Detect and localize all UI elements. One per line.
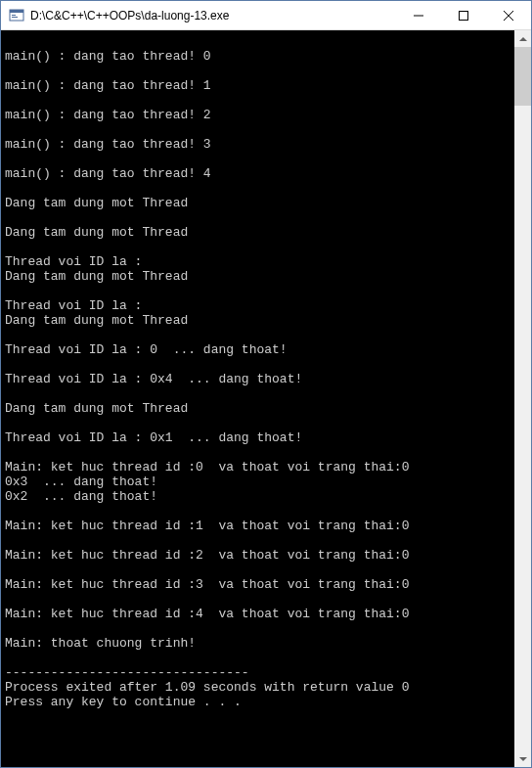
console-line xyxy=(5,357,510,372)
console-line xyxy=(5,445,510,460)
console-line: main() : dang tao thread! 2 xyxy=(5,108,510,122)
console-line xyxy=(5,416,510,430)
scroll-up-arrow-icon[interactable] xyxy=(514,30,531,47)
window-title: D:\C&C++\C++OOPs\da-luong-13.exe xyxy=(30,9,396,23)
console-line: Main: ket huc thread id :3 va thoat voi … xyxy=(5,577,510,592)
console-line: main() : dang tao thread! 4 xyxy=(5,166,510,181)
app-icon xyxy=(9,8,24,23)
console-line: main() : dang tao thread! 3 xyxy=(5,137,510,152)
console-line xyxy=(5,504,510,519)
console-line: Main: ket huc thread id :2 va thoat voi … xyxy=(5,548,510,563)
console-line: Press any key to continue . . . xyxy=(5,695,510,709)
console-line xyxy=(5,592,510,607)
console-line: Thread voi ID la : 0 ... dang thoat! xyxy=(5,342,510,357)
scroll-thumb[interactable] xyxy=(514,47,531,106)
console-line xyxy=(5,533,510,548)
minimize-button[interactable] xyxy=(396,1,441,29)
console-line xyxy=(5,651,510,665)
console-line: Main: ket huc thread id :0 va thoat voi … xyxy=(5,460,510,474)
console-line: Dang tam dung mot Thread xyxy=(5,225,510,240)
console-line xyxy=(5,122,510,137)
console-line xyxy=(5,64,510,78)
svg-rect-2 xyxy=(12,15,16,16)
console-line xyxy=(5,621,510,636)
console-line: -------------------------------- xyxy=(5,665,510,680)
console-line xyxy=(5,563,510,577)
console-line: Thread voi ID la : 0x1 ... dang thoat! xyxy=(5,430,510,445)
console-line: Main: ket huc thread id :4 va thoat voi … xyxy=(5,607,510,621)
window-titlebar: D:\C&C++\C++OOPs\da-luong-13.exe xyxy=(1,1,531,30)
svg-rect-1 xyxy=(10,10,23,13)
console-line: Process exited after 1.09 seconds with r… xyxy=(5,680,510,695)
console-line xyxy=(5,152,510,166)
scroll-track[interactable] xyxy=(514,47,531,750)
console-line xyxy=(5,240,510,254)
console-line: Dang tam dung mot Thread xyxy=(5,196,510,210)
svg-marker-8 xyxy=(519,37,527,41)
svg-marker-9 xyxy=(519,757,527,761)
console-line: Thread voi ID la : xyxy=(5,298,510,313)
svg-rect-5 xyxy=(460,11,468,20)
console-line: 0x3 ... dang thoat! xyxy=(5,474,510,489)
console-line xyxy=(5,386,510,401)
console-line: 0x2 ... dang thoat! xyxy=(5,489,510,504)
console-line: Main: thoat chuong trinh! xyxy=(5,636,510,651)
console-line: main() : dang tao thread! 0 xyxy=(5,49,510,64)
console-line: Dang tam dung mot Thread xyxy=(5,269,510,284)
console-line: Thread voi ID la : xyxy=(5,254,510,269)
scroll-down-arrow-icon[interactable] xyxy=(514,750,531,767)
console-line: Main: ket huc thread id :1 va thoat voi … xyxy=(5,519,510,533)
vertical-scrollbar[interactable] xyxy=(514,30,531,767)
client-area: main() : dang tao thread! 0main() : dang… xyxy=(1,30,531,767)
window-controls xyxy=(396,1,531,29)
close-button[interactable] xyxy=(486,1,531,29)
console-line xyxy=(5,93,510,108)
console-line xyxy=(5,181,510,196)
console-line xyxy=(5,210,510,225)
console-line: Dang tam dung mot Thread xyxy=(5,313,510,328)
console-output[interactable]: main() : dang tao thread! 0main() : dang… xyxy=(1,30,514,767)
svg-rect-3 xyxy=(12,17,18,18)
console-line: Dang tam dung mot Thread xyxy=(5,401,510,416)
console-line xyxy=(5,328,510,342)
console-line: main() : dang tao thread! 1 xyxy=(5,78,510,93)
maximize-button[interactable] xyxy=(441,1,486,29)
console-line xyxy=(5,34,510,49)
console-line: Thread voi ID la : 0x4 ... dang thoat! xyxy=(5,372,510,386)
console-line xyxy=(5,284,510,298)
